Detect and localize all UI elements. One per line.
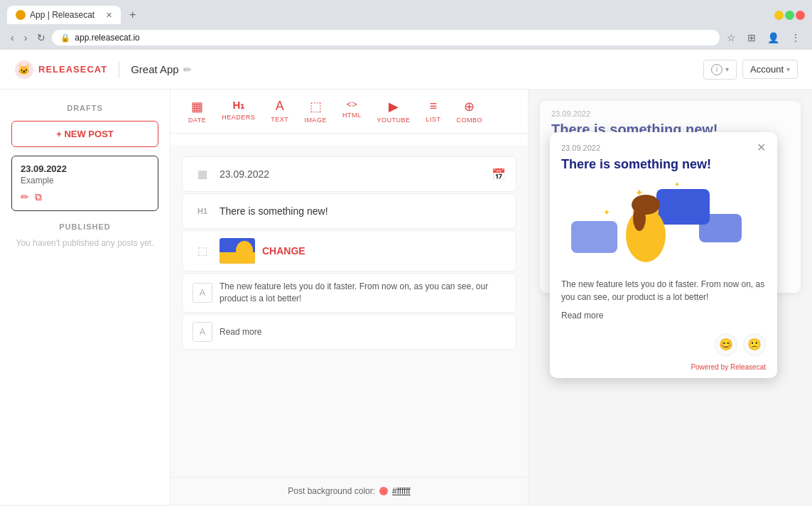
browser-action-buttons: ☆ ⊞ 👤 ⋮ [722, 30, 805, 45]
browser-tab[interactable]: App | Releasecat ✕ [7, 6, 121, 24]
close-button[interactable] [796, 11, 805, 20]
forward-button[interactable]: › [21, 30, 31, 45]
date-block-value: 23.09.2022 [220, 168, 269, 180]
readmore-block-icon: A [193, 322, 212, 342]
draft-item[interactable]: 23.09.2022 Example ✏ ⧉ [11, 156, 158, 211]
text-icon: A [276, 99, 284, 114]
headers-icon: H₁ [232, 99, 244, 112]
app-body: DRAFTS + NEW POST 23.09.2022 Example ✏ ⧉… [0, 90, 812, 505]
readmore-block[interactable]: A Read more [182, 314, 516, 350]
edit-app-icon[interactable]: ✏ [183, 64, 192, 75]
date-label: DATE [188, 117, 206, 124]
sad-reaction-button[interactable]: 🙁 [743, 333, 766, 356]
new-post-button[interactable]: + NEW POST [11, 121, 158, 147]
draft-date: 23.09.2022 [21, 163, 149, 174]
svg-text:✦: ✦ [674, 181, 680, 188]
bookmark-button[interactable]: ☆ [722, 30, 740, 45]
logo-text: RELEASECAT [38, 64, 107, 75]
popup-image: ✦ ✦ ✦ [550, 178, 777, 271]
draft-copy-icon[interactable]: ⧉ [35, 191, 42, 203]
app-header: 🐱 RELEASECAT Great App ✏ i ▾ Account ▾ [0, 50, 812, 90]
editor-blocks: ▦ 23.09.2022 📅 H1 There is something new… [182, 156, 516, 465]
text-block-value: The new feature lets you do it faster. F… [220, 281, 506, 305]
youtube-icon: ▶ [389, 99, 399, 114]
browser-chrome: App | Releasecat ✕ + ‹ › ↻ 🔒 app.release… [0, 0, 812, 50]
youtube-label: YOUTUBE [377, 117, 410, 124]
address-bar[interactable]: 🔒 app.releasecat.io [52, 30, 720, 45]
account-button[interactable]: Account ▾ [742, 60, 798, 79]
svg-text:🐱: 🐱 [18, 64, 31, 76]
popup-close-button[interactable]: ✕ [757, 141, 766, 154]
popup-header: 23.09.2022 ✕ [550, 132, 777, 154]
published-empty: You haven't published any posts yet. [11, 237, 158, 249]
minimize-button[interactable] [774, 11, 784, 20]
lock-icon: 🔒 [60, 33, 70, 43]
popup-title: There is something new! [550, 154, 777, 178]
popup-readmore: Read more [550, 311, 777, 329]
toolbar-image[interactable]: ⬚ IMAGE [298, 95, 333, 127]
svg-rect-19 [699, 214, 742, 242]
sidebar: DRAFTS + NEW POST 23.09.2022 Example ✏ ⧉… [0, 90, 170, 505]
header-right: i ▾ Account ▾ [703, 60, 798, 80]
list-icon: ≡ [430, 99, 438, 114]
svg-point-27 [633, 205, 646, 231]
back-button[interactable]: ‹ [7, 30, 18, 45]
app: 🐱 RELEASECAT Great App ✏ i ▾ Account ▾ D… [0, 50, 812, 505]
html-label: HTML [342, 112, 362, 119]
readmore-value: Read more [220, 327, 261, 337]
url-text: app.releasecat.io [75, 33, 139, 43]
popup-reactions: 😊 🙁 [550, 329, 777, 360]
editor-area: ▦ 23.09.2022 📅 H1 There is something new… [170, 145, 528, 477]
info-button[interactable]: i ▾ [703, 60, 737, 80]
toolbar-text[interactable]: A TEXT [264, 95, 295, 127]
image-block[interactable]: ⬚ CHANGE [182, 230, 516, 271]
bg-color-label: Post background color: [288, 486, 375, 496]
app-logo: 🐱 RELEASECAT [14, 60, 107, 80]
editor-container: ▦ DATE H₁ HEADERS A TEXT ⬚ IMAGE <> HT [170, 90, 528, 505]
account-label: Account [750, 64, 784, 75]
happy-reaction-button[interactable]: 😊 [715, 333, 737, 356]
bg-color-value[interactable]: #ffffff [392, 486, 411, 496]
editor-toolbar: ▦ DATE H₁ HEADERS A TEXT ⬚ IMAGE <> HT [170, 90, 528, 134]
browser-controls: ‹ › ↻ 🔒 app.releasecat.io ☆ ⊞ 👤 ⋮ [0, 26, 812, 50]
date-block[interactable]: ▦ 23.09.2022 📅 [182, 156, 516, 192]
header-block[interactable]: H1 There is something new! [182, 193, 516, 229]
maximize-button[interactable] [785, 11, 794, 20]
text-block[interactable]: A The new feature lets you do it faster.… [182, 273, 516, 313]
combo-label: COMBO [456, 117, 482, 124]
menu-button[interactable]: ⋮ [786, 30, 805, 45]
toolbar-list[interactable]: ≡ LIST [419, 95, 447, 127]
footer-brand: Releasecat [730, 363, 766, 371]
date-icon: ▦ [191, 99, 203, 114]
combo-icon: ⊕ [464, 99, 475, 114]
popup-footer: Powered by Releasecat [550, 360, 777, 378]
profile-button[interactable]: 👤 [763, 30, 784, 45]
popup-body: The new feature lets you do it faster. F… [550, 271, 777, 311]
reload-button[interactable]: ↻ [33, 30, 49, 45]
window-controls [774, 11, 805, 20]
logo-icon: 🐱 [14, 60, 34, 80]
post-bg-bar: Post background color: #ffffff [170, 477, 528, 505]
color-dot [379, 487, 388, 495]
extensions-button[interactable]: ⊞ [743, 30, 760, 45]
published-title: PUBLISHED [11, 222, 158, 231]
popup-date: 23.09.2022 [561, 144, 600, 152]
footer-powered: Powered by [691, 363, 730, 371]
toolbar-youtube[interactable]: ▶ YOUTUBE [370, 95, 416, 127]
text-label: TEXT [271, 116, 288, 123]
html-icon: <> [347, 99, 357, 109]
draft-edit-icon[interactable]: ✏ [21, 191, 29, 203]
info-icon: i [711, 64, 722, 75]
new-tab-button[interactable]: + [124, 4, 141, 26]
draft-name: Example [21, 176, 149, 185]
toolbar-date[interactable]: ▦ DATE [182, 95, 212, 127]
tab-close-icon[interactable]: ✕ [106, 11, 112, 20]
info-chevron: ▾ [725, 65, 729, 73]
popup-preview: 23.09.2022 ✕ There is something new! ✦ ✦… [550, 132, 777, 378]
toolbar-combo[interactable]: ⊕ COMBO [450, 95, 489, 127]
toolbar-html[interactable]: <> HTML [336, 95, 368, 127]
tab-title: App | Releasecat [30, 10, 94, 20]
preview-date: 23.09.2022 [540, 101, 801, 121]
app-name: Great App [131, 63, 179, 75]
toolbar-headers[interactable]: H₁ HEADERS [215, 95, 261, 127]
